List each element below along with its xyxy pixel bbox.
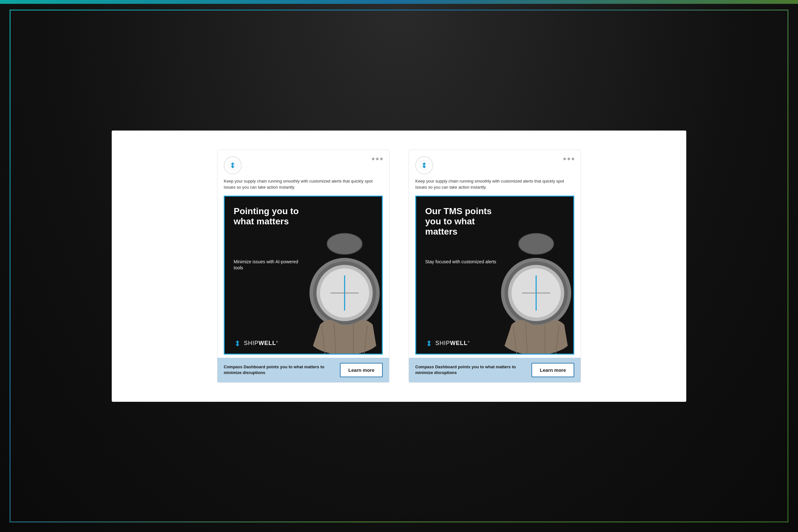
ad-image-2: Our TMS points you to what matters Stay … [415, 196, 574, 355]
shipwell-logo-icon [228, 160, 238, 170]
shipwell-logo-icon-2 [419, 160, 429, 170]
ad-card-2: Keep your supply chain running smoothly … [408, 150, 581, 383]
learn-more-button-1[interactable]: Learn more [340, 363, 383, 377]
compass-image-2 [486, 226, 574, 354]
card-description-1: Keep your supply chain running smoothly … [217, 178, 389, 196]
top-bar [0, 0, 798, 4]
card-menu-1[interactable] [372, 156, 383, 160]
svg-point-8 [327, 233, 362, 254]
ad-headline-1: Pointing you to what matters [234, 206, 311, 227]
ad-card-1: Keep your supply chain running smoothly … [217, 150, 390, 383]
shipwell-brand-icon-1 [234, 340, 241, 347]
menu-dot [380, 158, 383, 160]
card-header-1 [217, 150, 389, 178]
ad-subtext-1: Minimize issues with AI-powered tools [234, 259, 306, 271]
card-menu-2[interactable] [564, 156, 574, 160]
ad-subtext-2: Stay focused with customized alerts [425, 259, 498, 265]
compass-image-1 [294, 226, 383, 354]
logo-circle-1 [224, 156, 242, 174]
menu-dot [376, 158, 379, 160]
card-footer-1: Compass Dashboard points you to what mat… [217, 358, 389, 382]
shipwell-brand-icon-2 [425, 340, 433, 347]
footer-text-2: Compass Dashboard points you to what mat… [415, 364, 526, 376]
ad-headline-2: Our TMS points you to what matters [425, 206, 503, 237]
card-description-2: Keep your supply chain running smoothly … [409, 178, 581, 196]
ad-image-1: Pointing you to what matters Minimize is… [224, 196, 383, 355]
menu-dot [572, 158, 574, 160]
menu-dot [564, 158, 566, 160]
card-footer-2: Compass Dashboard points you to what mat… [409, 358, 581, 382]
learn-more-button-2[interactable]: Learn more [531, 363, 574, 377]
brand-label-1: SHIPWELL® [244, 340, 278, 347]
footer-text-1: Compass Dashboard points you to what mat… [224, 364, 335, 376]
main-content: Keep your supply chain running smoothly … [112, 131, 686, 402]
brand-label-2: SHIPWELL® [435, 340, 470, 347]
svg-point-17 [518, 233, 553, 254]
logo-circle-2 [415, 156, 433, 174]
ad-brand-2: SHIPWELL® [425, 340, 470, 347]
card-header-2 [409, 150, 581, 178]
menu-dot [568, 158, 570, 160]
menu-dot [372, 158, 375, 160]
ad-brand-1: SHIPWELL® [234, 340, 278, 347]
